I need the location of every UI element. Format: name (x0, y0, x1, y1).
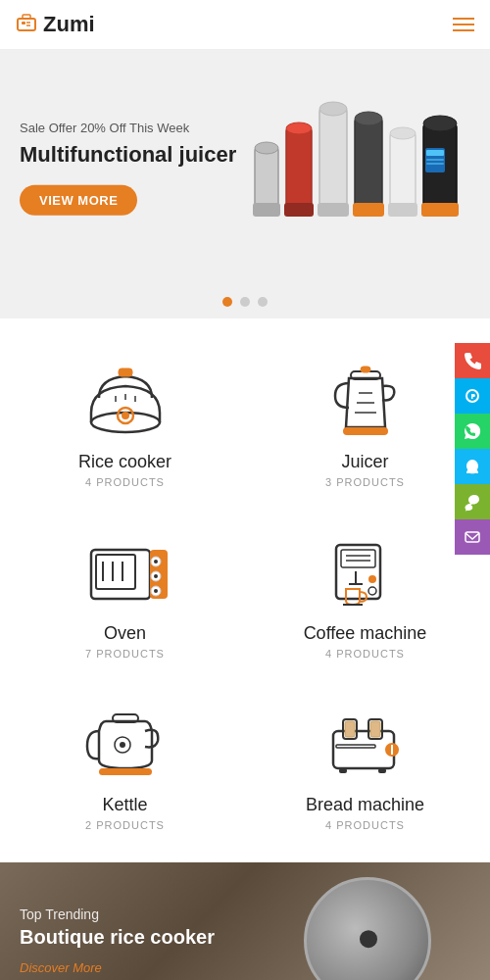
svg-rect-64 (99, 768, 152, 775)
category-rice-cooker[interactable]: Rice cooker 4 PRODUCTS (10, 338, 240, 500)
juicer-name: Juicer (341, 452, 388, 472)
svg-point-32 (122, 412, 129, 419)
svg-point-62 (368, 587, 376, 595)
hero-banner: Sale Offer 20% Off This Week Multifuncti… (0, 50, 490, 285)
svg-rect-71 (370, 721, 380, 737)
categories-grid: Rice cooker 4 PRODUCTS (0, 318, 490, 862)
coffee-machine-icon (317, 525, 415, 613)
svg-rect-15 (353, 203, 384, 217)
svg-rect-42 (91, 550, 150, 599)
rice-cooker-name: Rice cooker (78, 452, 172, 472)
hero-text-block: Sale Offer 20% Off This Week Multifuncti… (20, 121, 236, 216)
svg-rect-18 (388, 203, 417, 217)
svg-rect-36 (343, 427, 388, 435)
qq-button[interactable] (455, 449, 490, 484)
whatsapp-button[interactable] (455, 414, 490, 449)
juicer-icon (317, 354, 415, 442)
svg-rect-30 (119, 368, 132, 376)
svg-point-10 (286, 122, 312, 134)
hero-sale-text: Sale Offer 20% Off This Week (20, 121, 236, 135)
svg-rect-22 (426, 150, 444, 156)
kettle-icon (76, 697, 174, 785)
svg-point-7 (255, 142, 278, 154)
svg-rect-70 (345, 721, 355, 737)
svg-point-53 (154, 589, 158, 593)
category-kettle[interactable]: Kettle 2 PRODUCTS (10, 681, 240, 843)
svg-rect-17 (390, 133, 416, 207)
skype-button[interactable] (455, 378, 490, 414)
svg-rect-54 (336, 545, 380, 599)
dot-1[interactable] (222, 297, 232, 307)
svg-rect-75 (339, 768, 347, 773)
svg-rect-76 (378, 768, 386, 773)
svg-rect-11 (319, 109, 347, 207)
dot-3[interactable] (258, 297, 268, 307)
hero-view-more-button[interactable]: VIEW MORE (20, 184, 137, 215)
svg-rect-25 (421, 203, 459, 217)
bread-machine-icon (317, 697, 415, 785)
banner-knob (360, 930, 377, 948)
svg-point-49 (154, 560, 158, 564)
svg-point-19 (390, 127, 416, 139)
banner-product-name: Boutique rice cooker (20, 926, 215, 949)
svg-rect-5 (255, 148, 278, 207)
hero-title: Multifunctional juicer (20, 141, 236, 170)
bottom-banner-text: Top Trending Boutique rice cooker Discov… (0, 906, 215, 976)
logo[interactable]: Zumi (16, 12, 95, 37)
logo-icon (16, 13, 37, 37)
bottom-banner: Top Trending Boutique rice cooker Discov… (0, 862, 490, 980)
oven-count: 7 PRODUCTS (85, 648, 165, 660)
svg-rect-23 (426, 159, 444, 161)
header: Zumi (0, 0, 490, 50)
svg-point-26 (423, 116, 457, 131)
side-contact-buttons (455, 343, 490, 555)
rice-cooker-icon (76, 354, 174, 442)
category-juicer[interactable]: Juicer 3 PRODUCTS (250, 338, 480, 500)
category-oven[interactable]: Oven 7 PRODUCTS (10, 510, 240, 671)
svg-rect-14 (355, 119, 382, 207)
kettle-count: 2 PRODUCTS (85, 819, 165, 831)
juicer-count: 3 PRODUCTS (325, 476, 405, 488)
svg-rect-0 (18, 19, 35, 30)
svg-point-51 (154, 574, 158, 578)
email-button[interactable] (455, 519, 490, 555)
svg-point-16 (355, 112, 382, 125)
svg-rect-9 (284, 203, 314, 217)
svg-rect-77 (466, 532, 479, 542)
svg-rect-55 (341, 550, 375, 567)
svg-rect-74 (336, 745, 375, 748)
svg-point-61 (368, 575, 376, 583)
svg-rect-8 (286, 128, 312, 207)
bread-machine-count: 4 PRODUCTS (325, 819, 405, 831)
hamburger-menu[interactable] (453, 18, 474, 31)
svg-rect-4 (23, 15, 30, 19)
hero-illustration (245, 70, 480, 266)
svg-point-66 (120, 742, 125, 748)
bread-machine-name: Bread machine (306, 795, 424, 815)
carousel-dots (0, 285, 490, 318)
kettle-name: Kettle (102, 795, 147, 815)
svg-rect-24 (426, 163, 444, 165)
coffee-machine-count: 4 PRODUCTS (325, 648, 405, 660)
logo-text: Zumi (43, 12, 95, 37)
dot-2[interactable] (240, 297, 250, 307)
svg-rect-12 (318, 203, 349, 217)
svg-point-13 (319, 102, 347, 116)
svg-rect-41 (361, 367, 370, 372)
svg-rect-6 (253, 203, 280, 217)
svg-rect-1 (22, 22, 25, 24)
category-coffee-machine[interactable]: Coffee machine 4 PRODUCTS (250, 510, 480, 671)
category-bread-machine[interactable]: Bread machine 4 PRODUCTS (250, 681, 480, 843)
oven-name: Oven (104, 623, 146, 644)
coffee-machine-name: Coffee machine (304, 623, 427, 644)
rice-cooker-count: 4 PRODUCTS (85, 476, 165, 488)
oven-icon (76, 525, 174, 613)
wechat-button[interactable] (455, 484, 490, 519)
banner-trending-label: Top Trending (20, 906, 215, 922)
phone-button[interactable] (455, 343, 490, 378)
hero-image (235, 50, 490, 285)
banner-discover-button[interactable]: Discover More (20, 960, 102, 975)
